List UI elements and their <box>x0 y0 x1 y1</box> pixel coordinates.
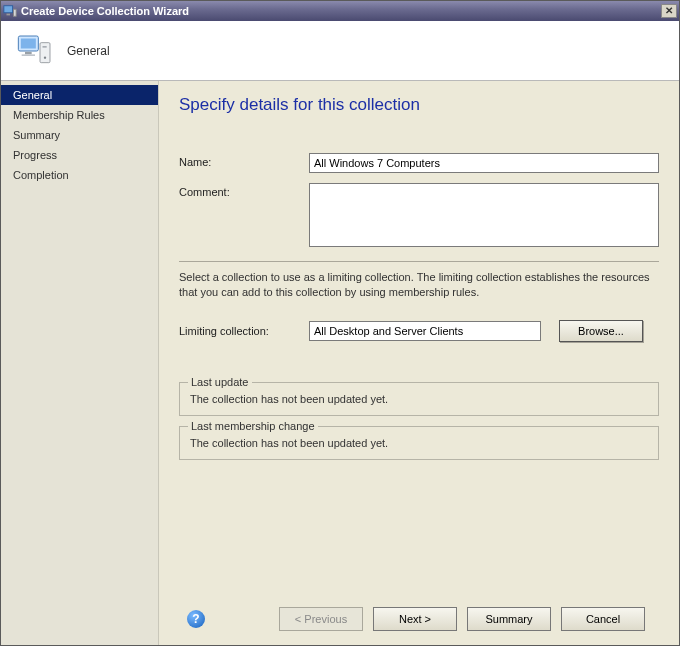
svg-rect-1 <box>7 14 11 16</box>
comment-textarea[interactable] <box>309 183 659 247</box>
wizard-content: Specify details for this collection Name… <box>159 81 679 645</box>
header-band: General <box>1 21 679 81</box>
header-step-title: General <box>67 44 110 58</box>
close-button[interactable]: ✕ <box>661 4 677 18</box>
svg-rect-0 <box>4 6 13 13</box>
comment-row: Comment: <box>179 183 659 247</box>
limiting-label: Limiting collection: <box>179 325 309 337</box>
svg-rect-6 <box>22 54 35 56</box>
last-membership-group: Last membership change The collection ha… <box>179 426 659 460</box>
comment-label: Comment: <box>179 183 309 198</box>
svg-point-9 <box>44 56 46 58</box>
separator <box>179 261 659 262</box>
last-update-legend: Last update <box>188 376 252 388</box>
page-heading: Specify details for this collection <box>179 95 659 115</box>
titlebar: Create Device Collection Wizard ✕ <box>1 1 679 21</box>
svg-rect-5 <box>25 51 32 54</box>
wizard-body: General Membership Rules Summary Progres… <box>1 81 679 645</box>
last-update-group: Last update The collection has not been … <box>179 382 659 416</box>
name-input[interactable] <box>309 153 659 173</box>
summary-button[interactable]: Summary <box>467 607 551 631</box>
last-update-text: The collection has not been updated yet. <box>190 391 648 405</box>
svg-rect-7 <box>40 42 50 62</box>
last-membership-text: The collection has not been updated yet. <box>190 435 648 449</box>
svg-rect-4 <box>21 38 36 48</box>
limiting-help-text: Select a collection to use as a limiting… <box>179 270 659 300</box>
sidebar-item-membership-rules[interactable]: Membership Rules <box>1 105 158 125</box>
limiting-collection-input[interactable] <box>309 321 541 341</box>
name-row: Name: <box>179 153 659 173</box>
cancel-button[interactable]: Cancel <box>561 607 645 631</box>
name-label: Name: <box>179 153 309 168</box>
svg-rect-8 <box>43 46 47 48</box>
sidebar-item-completion[interactable]: Completion <box>1 165 158 185</box>
svg-rect-2 <box>14 9 17 16</box>
last-membership-legend: Last membership change <box>188 420 318 432</box>
browse-button[interactable]: Browse... <box>559 320 643 342</box>
sidebar-item-summary[interactable]: Summary <box>1 125 158 145</box>
wizard-footer: ? < Previous Next > Summary Cancel <box>179 597 659 645</box>
app-icon <box>3 4 17 18</box>
wizard-sidebar: General Membership Rules Summary Progres… <box>1 81 159 645</box>
help-icon[interactable]: ? <box>187 610 205 628</box>
wizard-window: Create Device Collection Wizard ✕ Genera… <box>0 0 680 646</box>
sidebar-item-general[interactable]: General <box>1 85 158 105</box>
limiting-row: Limiting collection: Browse... <box>179 320 659 342</box>
previous-button: < Previous <box>279 607 363 631</box>
computer-icon <box>15 31 55 71</box>
sidebar-item-progress[interactable]: Progress <box>1 145 158 165</box>
window-title: Create Device Collection Wizard <box>21 5 661 17</box>
next-button[interactable]: Next > <box>373 607 457 631</box>
